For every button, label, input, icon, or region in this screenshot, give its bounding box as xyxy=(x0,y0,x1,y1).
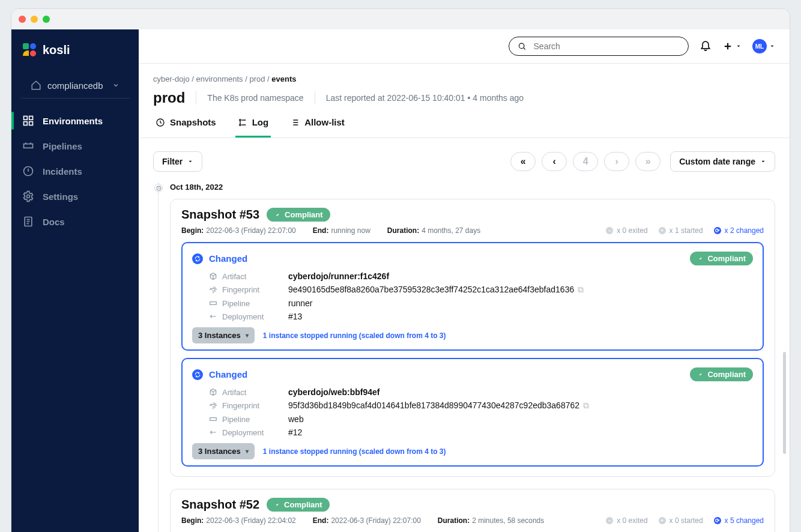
gear-icon xyxy=(22,190,34,202)
fingerprint-icon xyxy=(209,402,217,410)
page-header: cyber-dojo / environments / prod / event… xyxy=(139,64,790,138)
deployment-icon xyxy=(209,428,217,437)
nav-incidents-label: Incidents xyxy=(43,166,82,177)
nav-pipelines[interactable]: Pipelines xyxy=(11,133,139,159)
nav-docs[interactable]: Docs xyxy=(11,209,139,234)
summary-changed: ⟳x 5 changed xyxy=(714,516,764,525)
artifact-value[interactable]: cyberdojo/web:bbf94ef xyxy=(288,387,753,397)
copy-icon[interactable]: ⧉ xyxy=(583,401,589,410)
user-avatar: ML xyxy=(752,39,767,53)
content-area: Filter « ‹ 4 › » C xyxy=(139,138,790,532)
timeline-dot-icon xyxy=(154,184,163,192)
tab-snapshots[interactable]: Snapshots xyxy=(153,117,219,138)
page-prev[interactable]: ‹ xyxy=(542,152,567,171)
instances-chip[interactable]: 3 Instances▾ xyxy=(192,443,255,459)
timeline-date: Oct 18th, 2022 xyxy=(170,183,223,192)
window-maximize[interactable] xyxy=(43,16,50,23)
alert-circle-icon xyxy=(22,165,34,177)
chevron-down-icon xyxy=(187,159,193,165)
nav-incidents[interactable]: Incidents xyxy=(11,159,139,184)
nav-settings[interactable]: Settings xyxy=(11,184,139,209)
window-minimize[interactable] xyxy=(31,16,38,23)
crumb-env[interactable]: environments xyxy=(196,74,243,83)
window-titlebar xyxy=(11,9,790,29)
filter-button[interactable]: Filter xyxy=(153,151,202,172)
breadcrumbs: cyber-dojo / environments / prod / event… xyxy=(153,74,775,83)
artifact-value[interactable]: cyberdojo/runner:f1c426f xyxy=(288,271,753,281)
compliant-pill: Compliant xyxy=(690,252,753,265)
event-changed-2: Changed Compliant Artifact cyberdojo/web… xyxy=(181,358,764,467)
svg-rect-6 xyxy=(29,122,33,125)
change-icon xyxy=(192,369,203,380)
env-description: The K8s prod namespace xyxy=(207,93,303,103)
svg-point-9 xyxy=(27,195,30,198)
svg-rect-18 xyxy=(210,302,217,305)
search-input-wrapper[interactable] xyxy=(509,37,689,56)
log-icon xyxy=(238,118,247,127)
fingerprint-value[interactable]: 95f3d36bd1849b9caf4d014641bfe817384d8990… xyxy=(288,401,753,411)
event-changed-1: Changed Compliant Artifact cyberdojo/run… xyxy=(181,242,764,351)
crumb-name[interactable]: prod xyxy=(249,74,265,83)
summary-exited: –x 0 exited xyxy=(606,516,647,525)
clock-icon xyxy=(156,118,165,127)
nav-environments[interactable]: Environments xyxy=(11,108,139,133)
notifications-button[interactable] xyxy=(700,39,712,53)
nav-docs-label: Docs xyxy=(43,217,65,227)
pagination: « ‹ 4 › » xyxy=(510,152,660,171)
sidebar-nav: Environments Pipelines Incidents Setting… xyxy=(11,104,139,234)
svg-rect-7 xyxy=(24,144,33,148)
user-menu[interactable]: ML xyxy=(752,39,775,53)
date-range-button[interactable]: Custom date range xyxy=(670,151,775,172)
svg-rect-3 xyxy=(24,116,28,120)
kosli-logo-icon xyxy=(22,43,37,57)
crumb-root[interactable]: cyber-dojo xyxy=(153,74,190,83)
main-panel: ML cyber-dojo / environments / prod / ev… xyxy=(139,29,790,532)
compliant-pill: Compliant xyxy=(690,367,753,381)
brand-logo: kosli xyxy=(11,29,139,73)
window-close[interactable] xyxy=(19,16,26,23)
org-selector[interactable]: compliancedb xyxy=(20,73,130,98)
list-icon xyxy=(290,118,300,127)
brand-name: kosli xyxy=(43,43,70,57)
topbar: ML xyxy=(139,29,790,64)
check-circle-icon xyxy=(697,371,704,378)
snapshot-card-52: Snapshot #52 Compliant Begin:2022-06-3 (… xyxy=(170,489,775,532)
timeline: Oct 18th, 2022 Snapshot #53 Compliant xyxy=(153,183,775,532)
fingerprint-icon xyxy=(209,286,217,294)
pipeline-value[interactable]: runner xyxy=(288,298,753,308)
pipeline-value[interactable]: web xyxy=(288,414,753,424)
deployment-value[interactable]: #12 xyxy=(288,428,753,437)
svg-point-11 xyxy=(519,43,524,48)
env-title: prod xyxy=(153,89,185,106)
svg-point-1 xyxy=(30,43,36,49)
summary-exited: –x 0 exited xyxy=(606,226,647,235)
page-number: 4 xyxy=(573,152,598,171)
svg-rect-4 xyxy=(29,116,33,120)
home-icon xyxy=(31,80,41,91)
instances-chip[interactable]: 3 Instances▾ xyxy=(192,327,255,343)
scrollbar-indicator[interactable] xyxy=(783,352,786,454)
chevron-down-icon xyxy=(736,43,742,49)
cube-icon xyxy=(209,272,217,280)
page-last[interactable]: » xyxy=(635,152,660,171)
compliant-pill: Compliant xyxy=(267,208,330,222)
chevron-down-icon xyxy=(760,159,766,165)
snapshot-card-53: Snapshot #53 Compliant Begin:2022-06-3 (… xyxy=(170,199,775,477)
snapshot-title: Snapshot #52 xyxy=(181,498,259,512)
nav-settings-label: Settings xyxy=(43,192,78,202)
check-circle-icon xyxy=(697,255,704,262)
search-input[interactable] xyxy=(533,41,680,52)
chevron-down-icon xyxy=(769,43,775,49)
fingerprint-value[interactable]: 9e490165d5e8f8a8260a7be37595328c3e3ff742… xyxy=(288,285,753,295)
add-button[interactable] xyxy=(722,41,742,52)
tab-log[interactable]: Log xyxy=(235,117,271,138)
tab-allowlist[interactable]: Allow-list xyxy=(288,117,347,138)
page-first[interactable]: « xyxy=(510,152,536,171)
page-next[interactable]: › xyxy=(604,152,629,171)
scale-note: 1 instance stopped running (scaled down … xyxy=(263,331,446,340)
org-name: compliancedb xyxy=(47,80,103,91)
deployment-value[interactable]: #13 xyxy=(288,312,753,321)
chevron-down-icon xyxy=(112,82,119,89)
crumb-current: events xyxy=(271,74,296,83)
copy-icon[interactable]: ⧉ xyxy=(578,285,584,294)
